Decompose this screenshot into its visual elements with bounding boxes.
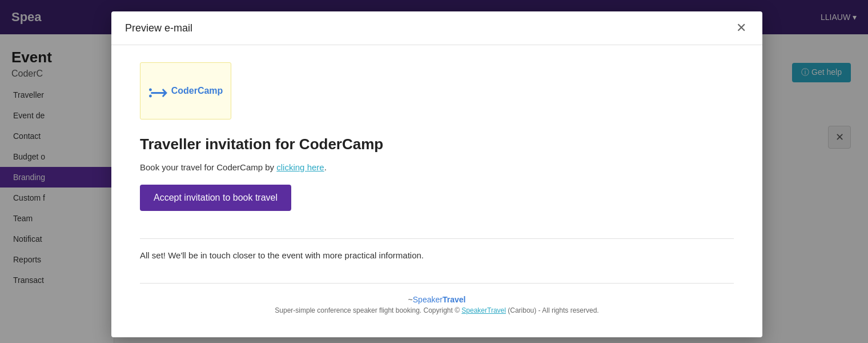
email-heading: Traveller invitation for CoderCamp [140, 135, 734, 153]
email-allset-text: All set! We'll be in touch closer to the… [140, 250, 734, 260]
email-divider [140, 238, 734, 239]
modal-header: Preview e-mail ✕ [111, 11, 762, 45]
codercamp-logo: ⧴ CoderCamp [148, 81, 223, 102]
preview-email-modal: Preview e-mail ✕ ⧴ CoderCamp Traveller i… [111, 11, 762, 337]
speakertravel-link[interactable]: SpeakerTravel [461, 306, 506, 314]
modal-body: ⧴ CoderCamp Traveller invitation for Cod… [111, 45, 762, 337]
clicking-here-link[interactable]: clicking here [276, 162, 324, 172]
modal-title: Preview e-mail [125, 22, 192, 34]
codercamp-logo-icon: ⧴ [148, 81, 167, 102]
footer-logo: ~SpeakerTravel [140, 295, 734, 304]
email-footer: ~SpeakerTravel Super-simple conference s… [140, 295, 734, 314]
email-footer-divider [140, 283, 734, 284]
email-logo-box: ⧴ CoderCamp [140, 62, 231, 119]
accept-invitation-button[interactable]: Accept invitation to book travel [140, 185, 291, 211]
codercamp-logo-text: CoderCamp [171, 86, 223, 96]
footer-copyright-text: Super-simple conference speaker flight b… [140, 306, 734, 314]
modal-close-button[interactable]: ✕ [734, 22, 749, 34]
speakertravel-bird-icon: ~ [408, 295, 413, 304]
email-body-text: Book your travel for CoderCamp by clicki… [140, 162, 734, 172]
